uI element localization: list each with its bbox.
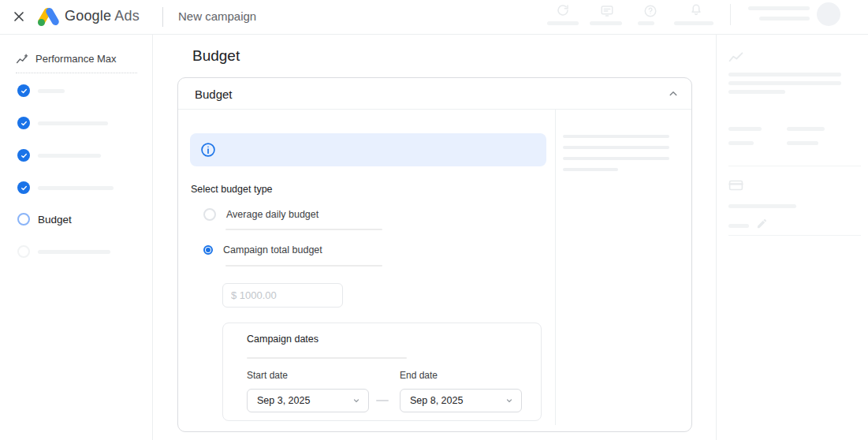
sidebar-step-4[interactable] xyxy=(17,181,114,194)
start-date-value: Sep 3, 2025 xyxy=(257,395,352,406)
brand-google: Google xyxy=(65,8,111,24)
pencil-icon[interactable] xyxy=(756,218,768,229)
end-date-value: Sep 8, 2025 xyxy=(410,395,505,406)
avatar[interactable] xyxy=(817,2,840,26)
collapse-button[interactable] xyxy=(666,87,680,101)
panel-divider xyxy=(728,235,861,236)
radio-unselected-icon xyxy=(203,208,216,221)
skeleton-line xyxy=(748,6,810,10)
google-ads-new-campaign-page: GoogleAds New campaign Performance Max xyxy=(0,0,868,440)
panel-divider xyxy=(728,166,861,166)
date-range-dash xyxy=(376,400,389,401)
sidebar-step-6[interactable] xyxy=(17,245,110,258)
skeleton-line xyxy=(563,135,669,138)
close-icon xyxy=(11,9,27,24)
sidebar-step-budget[interactable]: Budget xyxy=(17,213,72,226)
chevron-down-icon xyxy=(505,396,514,405)
skeleton-line xyxy=(38,154,101,158)
sidebar-step-1[interactable] xyxy=(17,84,65,97)
budget-card-header: Budget xyxy=(178,78,691,110)
info-banner xyxy=(190,133,546,166)
page-heading: Budget xyxy=(192,47,240,65)
topbar-divider xyxy=(162,7,163,27)
skeleton-line xyxy=(38,250,110,254)
skeleton-line xyxy=(563,157,669,160)
start-date-select[interactable]: Sep 3, 2025 xyxy=(247,389,369,412)
skeleton-line xyxy=(547,21,579,25)
upcoming-step-icon xyxy=(17,245,30,258)
sidebar-step-label: Budget xyxy=(38,214,72,226)
sidebar-dotted-divider xyxy=(16,73,137,73)
budget-card: Budget Select budget type Average daily … xyxy=(177,77,692,432)
skeleton-line xyxy=(38,121,108,125)
radio-campaign-total-budget[interactable]: Campaign total budget xyxy=(203,244,322,255)
sidebar-step-3[interactable] xyxy=(17,149,101,162)
bell-icon[interactable] xyxy=(689,3,703,17)
skeleton-line xyxy=(563,168,618,171)
radio-average-daily-budget[interactable]: Average daily budget xyxy=(203,208,319,221)
end-date-label: End date xyxy=(400,370,438,381)
skeleton-line xyxy=(728,127,762,131)
check-circle-icon xyxy=(17,84,30,97)
credit-card-icon xyxy=(728,179,743,192)
skeleton-line xyxy=(638,21,654,25)
check-circle-icon xyxy=(17,149,30,162)
campaign-steps-sidebar: Performance Max Budget xyxy=(0,34,153,440)
skeleton-line xyxy=(728,73,841,76)
page-title: New campaign xyxy=(178,9,256,23)
campaign-type-label: Performance Max xyxy=(35,53,117,65)
google-ads-logo xyxy=(37,6,61,27)
campaign-type: Performance Max xyxy=(16,53,117,65)
skeleton-line xyxy=(728,90,785,94)
close-button[interactable] xyxy=(11,9,27,24)
current-step-radio-icon xyxy=(17,213,30,226)
trending-icon xyxy=(16,54,28,65)
help-icon[interactable] xyxy=(643,4,658,18)
feedback-icon[interactable] xyxy=(600,4,614,18)
chevron-up-icon xyxy=(666,87,680,101)
skeleton-line xyxy=(563,146,669,149)
check-circle-icon xyxy=(17,181,30,194)
field-underline xyxy=(247,357,407,359)
summary-panel xyxy=(716,34,868,440)
topbar: GoogleAds New campaign xyxy=(0,0,868,35)
end-date-select[interactable]: Sep 8, 2025 xyxy=(400,389,522,412)
radio-label: Campaign total budget xyxy=(223,244,322,255)
skeleton-line xyxy=(674,21,713,25)
logo-green-dot xyxy=(38,19,45,26)
refresh-icon[interactable] xyxy=(556,3,570,17)
select-budget-type-label: Select budget type xyxy=(191,184,273,195)
skeleton-line xyxy=(728,224,749,228)
info-icon xyxy=(200,142,216,158)
skeleton-line xyxy=(590,21,622,25)
campaign-dates-card: Campaign dates Start date End date Sep 3… xyxy=(222,323,542,421)
skeleton-line xyxy=(728,81,841,85)
brand-ads: Ads xyxy=(114,8,140,24)
skeleton-line xyxy=(38,186,114,190)
topbar-divider xyxy=(730,4,731,25)
skeleton-line xyxy=(787,141,818,145)
radio-label: Average daily budget xyxy=(226,209,319,220)
skeleton-line xyxy=(38,89,65,93)
card-inner-divider xyxy=(555,109,556,425)
check-circle-icon xyxy=(17,117,30,129)
skeleton-line xyxy=(728,204,796,208)
field-underline xyxy=(225,265,382,267)
campaign-dates-title: Campaign dates xyxy=(247,334,319,345)
field-underline xyxy=(225,229,382,230)
skeleton-line xyxy=(759,17,810,21)
trending-icon xyxy=(728,51,743,63)
chevron-down-icon xyxy=(352,396,361,405)
skeleton-line xyxy=(728,141,754,145)
budget-card-title: Budget xyxy=(195,88,233,101)
skeleton-line xyxy=(787,127,825,131)
budget-amount-input[interactable] xyxy=(222,283,343,308)
start-date-label: Start date xyxy=(247,370,288,381)
brand-name: GoogleAds xyxy=(65,8,140,24)
radio-selected-icon xyxy=(203,245,213,255)
sidebar-step-2[interactable] xyxy=(17,117,108,129)
